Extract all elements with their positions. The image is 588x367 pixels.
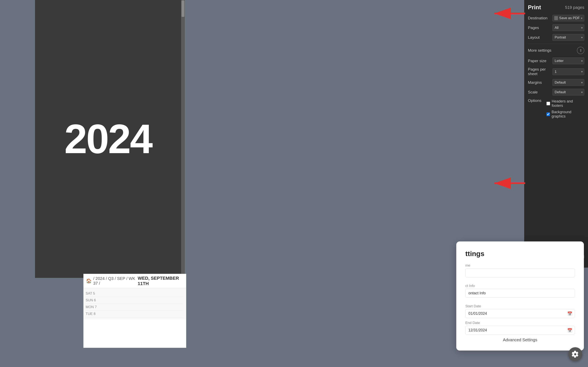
destination-select[interactable]: Save as PDF ▾ xyxy=(552,15,584,21)
more-settings-row: More settings ⇧ xyxy=(528,47,584,54)
advanced-settings-card: ttings me ct Info Start Date 📅 End Date … xyxy=(456,242,584,350)
scale-select[interactable]: Default xyxy=(552,89,584,95)
margins-select[interactable]: Default xyxy=(552,79,584,86)
contact-info-input[interactable] xyxy=(465,289,575,298)
cal-row-8: TUE 8 xyxy=(86,311,184,317)
contact-info-row: ct Info xyxy=(465,284,575,301)
layout-select-wrapper: Portrait xyxy=(552,34,584,41)
more-settings-toggle[interactable]: ⇧ xyxy=(577,47,584,54)
print-panel: Print 519 pages Destination Save as PDF … xyxy=(524,0,588,267)
destination-value: Save as PDF xyxy=(559,16,580,20)
arrow-destination xyxy=(490,6,527,21)
margins-select-wrapper: Default xyxy=(552,79,584,86)
pages-per-sheet-select[interactable]: 1 xyxy=(552,68,584,75)
pages-per-sheet-select-wrapper: 1 xyxy=(552,68,584,75)
destination-chevron-icon: ▾ xyxy=(581,17,582,20)
scale-select-wrapper: Default xyxy=(552,89,584,95)
margins-label: Margins xyxy=(528,80,547,85)
scale-row: Scale Default xyxy=(528,89,584,95)
advanced-settings-link[interactable]: Advanced Settings xyxy=(465,338,575,342)
pages-select-wrapper: All xyxy=(552,24,584,31)
options-section: Headers and footers Background graphics xyxy=(547,99,584,121)
destination-row: Destination Save as PDF ▾ xyxy=(528,15,584,21)
calendar-body: SAT 5 SUN 6 MON 7 TUE 8 xyxy=(83,288,186,319)
options-label: Options xyxy=(528,98,547,103)
print-title: Print xyxy=(528,4,541,11)
layout-label: Layout xyxy=(528,35,547,40)
print-pages-count: 519 pages xyxy=(565,5,584,10)
arrow-background-graphics xyxy=(490,176,527,190)
pages-per-sheet-row: Pages per sheet 1 xyxy=(528,67,584,76)
name-field-label: me xyxy=(465,263,575,267)
end-date-label: End Date xyxy=(465,321,575,325)
cover-preview: 2024 xyxy=(35,0,181,278)
start-date-input[interactable] xyxy=(465,309,575,318)
pages-label: Pages xyxy=(528,25,547,30)
day-label-5: SAT 5 xyxy=(86,292,102,296)
preview-scrollbar[interactable] xyxy=(181,0,185,278)
day-label-8: TUE 8 xyxy=(86,312,102,316)
end-date-input[interactable] xyxy=(465,326,575,335)
pages-select[interactable]: All xyxy=(552,24,584,31)
options-row: Options Headers and footers Background g… xyxy=(528,98,584,121)
more-settings-label: More settings xyxy=(528,48,551,53)
current-day: WED, SEPTEMBER 11TH xyxy=(138,275,183,286)
background-graphics-checkbox[interactable] xyxy=(547,112,550,116)
end-date-row: End Date 📅 xyxy=(465,321,575,335)
start-date-label: Start Date xyxy=(465,304,575,308)
start-date-wrapper: 📅 xyxy=(465,309,575,318)
background-graphics-label: Background graphics xyxy=(552,110,584,118)
name-field-row: me xyxy=(465,263,575,281)
home-icon: 🏠 xyxy=(86,278,91,284)
pages-per-sheet-label: Pages per sheet xyxy=(528,67,552,76)
paper-size-row: Paper size Letter xyxy=(528,58,584,64)
contact-info-label: ct Info xyxy=(465,284,575,288)
headers-footers-option: Headers and footers xyxy=(547,99,584,108)
gear-icon xyxy=(571,350,579,358)
name-input[interactable] xyxy=(465,268,575,277)
calendar-header: 🏠 / 2024 / Q3 / SEP / WK 37 / WED, SEPTE… xyxy=(83,274,186,288)
calendar-strip: 🏠 / 2024 / Q3 / SEP / WK 37 / WED, SEPTE… xyxy=(83,274,186,348)
pages-row: Pages All xyxy=(528,24,584,31)
gear-fab-button[interactable] xyxy=(568,347,582,361)
start-date-row: Start Date 📅 xyxy=(465,304,575,318)
scrollbar-thumb[interactable] xyxy=(182,0,184,17)
pdf-icon xyxy=(554,16,558,20)
day-label-6: SUN 6 xyxy=(86,298,102,302)
paper-size-select[interactable]: Letter xyxy=(552,58,584,64)
paper-size-select-wrapper: Letter xyxy=(552,58,584,64)
cal-row-7: MON 7 xyxy=(86,304,184,311)
end-date-calendar-icon: 📅 xyxy=(567,328,572,333)
print-header: Print 519 pages xyxy=(528,4,584,11)
cover-year-text: 2024 xyxy=(64,115,152,163)
cal-row-6: SUN 6 xyxy=(86,297,184,304)
start-date-calendar-icon: 📅 xyxy=(567,311,572,316)
headers-footers-checkbox[interactable] xyxy=(547,102,550,105)
advanced-settings-title: ttings xyxy=(465,250,575,258)
cal-row-5: SAT 5 xyxy=(86,290,184,297)
layout-select[interactable]: Portrait xyxy=(552,34,584,41)
scale-label: Scale xyxy=(528,90,547,94)
divider-1 xyxy=(528,44,584,44)
breadcrumb: / 2024 / Q3 / SEP / WK 37 / xyxy=(93,276,136,286)
margins-row: Margins Default xyxy=(528,79,584,86)
paper-size-label: Paper size xyxy=(528,59,547,63)
end-date-wrapper: 📅 xyxy=(465,326,575,335)
day-label-7: MON 7 xyxy=(86,305,102,309)
headers-footers-label: Headers and footers xyxy=(552,99,585,108)
background-graphics-option: Background graphics xyxy=(547,110,584,118)
destination-label: Destination xyxy=(528,16,547,20)
layout-row: Layout Portrait xyxy=(528,34,584,41)
